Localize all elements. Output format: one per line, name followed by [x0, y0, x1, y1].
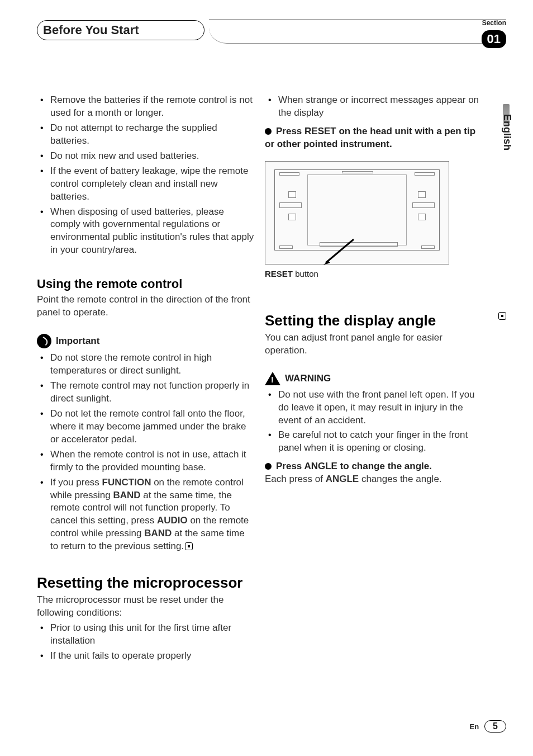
- right-column: When strange or incorrect messages appea…: [265, 94, 483, 665]
- step-text: Press ANGLE to change the angle.: [276, 461, 432, 471]
- list-item: The remote control may not function prop…: [37, 380, 255, 405]
- list-item: Be careful not to catch your finger in t…: [265, 429, 483, 455]
- resetting-heading: Resetting the microprocessor: [37, 574, 255, 592]
- section-end-icon: [185, 542, 193, 550]
- bold-text: AUDIO: [157, 515, 188, 526]
- warning-list: Do not use with the front panel left ope…: [265, 389, 483, 455]
- page-footer: En 5: [469, 720, 506, 733]
- important-icon: [37, 334, 51, 348]
- caption-text: button: [293, 269, 318, 278]
- reset-conditions-list: Prior to using this unit for the first t…: [37, 622, 255, 663]
- list-item: When disposing of used batteries, please…: [37, 206, 255, 257]
- display-angle-paragraph: You can adjust front panel angle for eas…: [265, 332, 483, 357]
- text: changes the angle.: [359, 474, 441, 484]
- step-bullet-icon: [265, 128, 272, 135]
- list-item: Do not let the remote control fall onto …: [37, 408, 255, 446]
- warning-heading-row: WARNING: [265, 372, 483, 385]
- caption-bold: RESET: [265, 269, 293, 278]
- list-item: Remove the batteries if the remote contr…: [37, 94, 255, 120]
- important-heading-row: Important: [37, 334, 255, 348]
- list-item: Prior to using this unit for the first t…: [37, 622, 255, 648]
- bold-text: BAND: [144, 528, 172, 538]
- bold-text: FUNCTION: [102, 477, 151, 488]
- head-unit-illustration: [265, 161, 449, 264]
- angle-step: Press ANGLE to change the angle.: [265, 460, 483, 473]
- list-item: When the remote control is not in use, a…: [37, 448, 255, 474]
- page-header: Before You Start: [37, 17, 506, 44]
- list-item: Do not mix new and used batteries.: [37, 150, 255, 163]
- using-remote-heading: Using the remote control: [37, 277, 255, 291]
- left-column: Remove the batteries if the remote contr…: [37, 94, 255, 665]
- page-number: 5: [484, 720, 506, 733]
- chapter-title: Before You Start: [37, 20, 204, 40]
- resetting-paragraph: The microprocessor must be reset under t…: [37, 594, 255, 620]
- svg-line-0: [326, 239, 354, 263]
- bold-text: ANGLE: [326, 474, 359, 484]
- list-item: When strange or incorrect messages appea…: [265, 94, 483, 120]
- reset-step: Press RESET on the head unit with a pen …: [265, 125, 483, 151]
- content-columns: Remove the batteries if the remote contr…: [37, 94, 506, 665]
- list-item: If the unit fails to operate properly: [37, 650, 255, 663]
- continued-list: When strange or incorrect messages appea…: [265, 94, 483, 120]
- text: If you press: [50, 477, 102, 488]
- using-remote-paragraph: Point the remote control in the directio…: [37, 294, 255, 319]
- list-item: Do not store the remote control in high …: [37, 352, 255, 377]
- step-bullet-icon: [265, 463, 272, 470]
- illustration-caption: RESET button: [265, 269, 483, 278]
- display-angle-heading: Setting the display angle: [265, 312, 483, 329]
- header-rule: [209, 19, 506, 44]
- important-label: Important: [56, 336, 99, 347]
- text: Each press of: [265, 474, 326, 484]
- section-end-icon: [498, 312, 506, 320]
- list-item: Do not use with the front panel left ope…: [265, 389, 483, 427]
- battery-notes-list: Remove the batteries if the remote contr…: [37, 94, 255, 257]
- important-list: Do not store the remote control in high …: [37, 352, 255, 553]
- angle-paragraph: Each press of ANGLE changes the angle.: [265, 473, 483, 486]
- pen-pointer-icon: [323, 236, 357, 265]
- step-text: Press RESET on the head unit with a pen …: [265, 126, 475, 149]
- warning-label: WARNING: [285, 373, 331, 384]
- language-label: English: [501, 114, 513, 150]
- warning-icon: [265, 372, 280, 385]
- bold-text: BAND: [113, 490, 140, 500]
- footer-language-code: En: [469, 722, 479, 731]
- list-item: If the event of battery leakage, wipe th…: [37, 165, 255, 204]
- list-item: If you press FUNCTION on the remote cont…: [37, 476, 255, 554]
- list-item: Do not attempt to recharge the supplied …: [37, 122, 255, 148]
- section-number-badge: 01: [482, 30, 506, 48]
